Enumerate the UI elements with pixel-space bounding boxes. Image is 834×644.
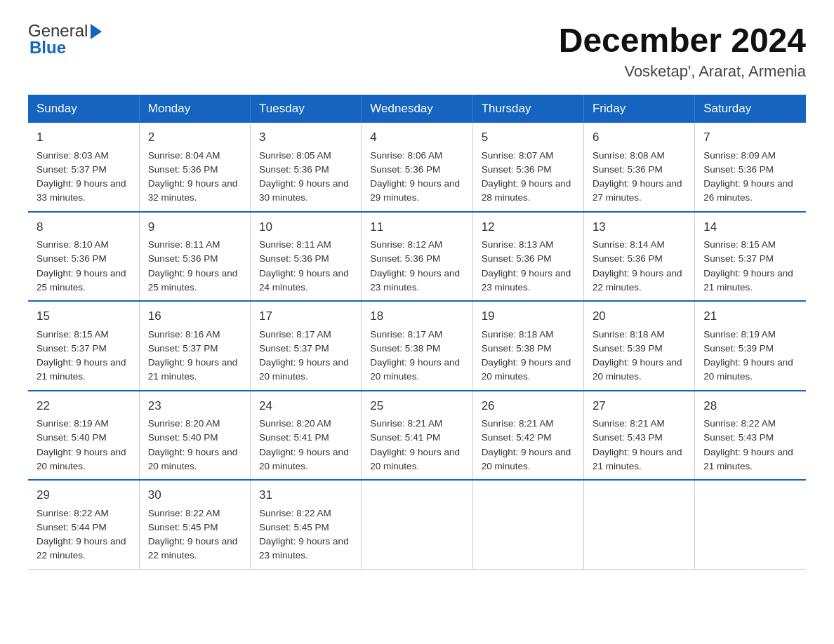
sunset-text: Sunset: 5:41 PM [370, 432, 440, 443]
table-row: 3Sunrise: 8:05 AMSunset: 5:36 PMDaylight… [251, 123, 362, 212]
table-row: 28Sunrise: 8:22 AMSunset: 5:43 PMDayligh… [695, 391, 806, 481]
daylight-text: Daylight: 9 hours and 21 minutes. [703, 447, 793, 471]
day-number: 26 [482, 397, 575, 415]
sunset-text: Sunset: 5:39 PM [593, 343, 663, 354]
day-number: 1 [37, 128, 131, 147]
calendar-week-row: 8Sunrise: 8:10 AMSunset: 5:36 PMDaylight… [28, 212, 806, 302]
sunset-text: Sunset: 5:39 PM [703, 343, 774, 354]
day-number: 11 [370, 218, 463, 236]
sunrise-text: Sunrise: 8:17 AM [259, 329, 331, 340]
sunset-text: Sunset: 5:37 PM [148, 343, 218, 354]
table-row: 8Sunrise: 8:10 AMSunset: 5:36 PMDaylight… [28, 212, 139, 302]
col-friday: Friday [583, 95, 694, 123]
sunrise-text: Sunrise: 8:22 AM [259, 508, 331, 518]
col-saturday: Saturday [695, 95, 806, 123]
daylight-text: Daylight: 9 hours and 30 minutes. [259, 178, 349, 203]
sunset-text: Sunset: 5:38 PM [370, 343, 440, 354]
sunrise-text: Sunrise: 8:20 AM [259, 418, 331, 429]
sunset-text: Sunset: 5:37 PM [37, 343, 107, 354]
sunset-text: Sunset: 5:36 PM [593, 253, 663, 264]
daylight-text: Daylight: 9 hours and 20 minutes. [482, 357, 571, 382]
sunrise-text: Sunrise: 8:22 AM [703, 418, 776, 429]
location-title: Vosketap', Ararat, Armenia [559, 62, 806, 81]
table-row: 22Sunrise: 8:19 AMSunset: 5:40 PMDayligh… [28, 391, 139, 481]
day-number: 18 [370, 307, 463, 326]
sunset-text: Sunset: 5:45 PM [148, 522, 218, 532]
sunrise-text: Sunrise: 8:07 AM [482, 150, 554, 161]
sunrise-text: Sunrise: 8:22 AM [148, 508, 220, 518]
day-number: 6 [593, 128, 686, 147]
table-row: 7Sunrise: 8:09 AMSunset: 5:36 PMDaylight… [695, 123, 806, 212]
daylight-text: Daylight: 9 hours and 33 minutes. [37, 178, 126, 203]
calendar-header-row: Sunday Monday Tuesday Wednesday Thursday… [28, 95, 806, 123]
daylight-text: Daylight: 9 hours and 27 minutes. [593, 178, 682, 203]
daylight-text: Daylight: 9 hours and 21 minutes. [148, 357, 238, 382]
table-row: 29Sunrise: 8:22 AMSunset: 5:44 PMDayligh… [28, 480, 139, 569]
daylight-text: Daylight: 9 hours and 20 minutes. [703, 357, 793, 382]
day-number: 10 [259, 218, 352, 236]
logo-blue-text: Blue [29, 38, 66, 58]
sunset-text: Sunset: 5:44 PM [37, 522, 107, 532]
sunrise-text: Sunrise: 8:18 AM [482, 329, 554, 340]
title-block: December 2024 Vosketap', Ararat, Armenia [559, 21, 806, 81]
calendar-table: Sunday Monday Tuesday Wednesday Thursday… [28, 95, 806, 570]
col-sunday: Sunday [28, 95, 139, 123]
table-row: 10Sunrise: 8:11 AMSunset: 5:36 PMDayligh… [251, 212, 362, 302]
calendar-week-row: 29Sunrise: 8:22 AMSunset: 5:44 PMDayligh… [28, 480, 806, 569]
table-row: 13Sunrise: 8:14 AMSunset: 5:36 PMDayligh… [583, 212, 694, 302]
sunrise-text: Sunrise: 8:19 AM [37, 418, 109, 429]
daylight-text: Daylight: 9 hours and 23 minutes. [482, 268, 571, 293]
daylight-text: Daylight: 9 hours and 32 minutes. [148, 178, 238, 203]
day-number: 24 [259, 397, 352, 415]
day-number: 21 [703, 307, 797, 326]
sunrise-text: Sunrise: 8:06 AM [370, 150, 442, 161]
table-row: 19Sunrise: 8:18 AMSunset: 5:38 PMDayligh… [472, 301, 583, 391]
sunrise-text: Sunrise: 8:22 AM [37, 508, 109, 518]
daylight-text: Daylight: 9 hours and 25 minutes. [148, 268, 238, 293]
sunrise-text: Sunrise: 8:13 AM [482, 239, 554, 250]
table-row [362, 480, 472, 569]
daylight-text: Daylight: 9 hours and 23 minutes. [259, 536, 349, 561]
table-row: 21Sunrise: 8:19 AMSunset: 5:39 PMDayligh… [695, 301, 806, 391]
day-number: 28 [703, 397, 797, 415]
daylight-text: Daylight: 9 hours and 29 minutes. [370, 178, 460, 203]
sunrise-text: Sunrise: 8:04 AM [148, 150, 220, 161]
table-row: 11Sunrise: 8:12 AMSunset: 5:36 PMDayligh… [362, 212, 472, 302]
sunrise-text: Sunrise: 8:08 AM [593, 150, 665, 161]
table-row: 30Sunrise: 8:22 AMSunset: 5:45 PMDayligh… [139, 480, 250, 569]
sunrise-text: Sunrise: 8:14 AM [593, 239, 665, 250]
sunset-text: Sunset: 5:37 PM [259, 343, 329, 354]
sunrise-text: Sunrise: 8:19 AM [703, 329, 776, 340]
day-number: 12 [482, 218, 575, 236]
day-number: 3 [259, 128, 352, 147]
sunset-text: Sunset: 5:36 PM [370, 253, 440, 264]
daylight-text: Daylight: 9 hours and 21 minutes. [703, 268, 793, 293]
sunset-text: Sunset: 5:37 PM [37, 164, 107, 175]
col-monday: Monday [139, 95, 250, 123]
day-number: 20 [593, 307, 686, 326]
day-number: 17 [259, 307, 352, 326]
daylight-text: Daylight: 9 hours and 26 minutes. [703, 178, 793, 203]
sunset-text: Sunset: 5:43 PM [703, 432, 774, 443]
col-thursday: Thursday [472, 95, 583, 123]
daylight-text: Daylight: 9 hours and 22 minutes. [148, 536, 238, 561]
page-header: General Blue December 2024 Vosketap', Ar… [28, 21, 806, 81]
daylight-text: Daylight: 9 hours and 20 minutes. [482, 447, 571, 471]
day-number: 23 [148, 397, 241, 415]
daylight-text: Daylight: 9 hours and 20 minutes. [148, 447, 238, 471]
daylight-text: Daylight: 9 hours and 20 minutes. [37, 447, 126, 471]
day-number: 4 [370, 128, 463, 147]
sunset-text: Sunset: 5:42 PM [482, 432, 552, 443]
table-row: 1Sunrise: 8:03 AMSunset: 5:37 PMDaylight… [28, 123, 139, 212]
sunrise-text: Sunrise: 8:21 AM [370, 418, 442, 429]
col-tuesday: Tuesday [251, 95, 362, 123]
sunset-text: Sunset: 5:41 PM [259, 432, 329, 443]
table-row: 20Sunrise: 8:18 AMSunset: 5:39 PMDayligh… [583, 301, 694, 391]
day-number: 25 [370, 397, 463, 415]
sunset-text: Sunset: 5:36 PM [148, 164, 218, 175]
sunrise-text: Sunrise: 8:11 AM [259, 239, 331, 250]
sunset-text: Sunset: 5:36 PM [370, 164, 440, 175]
table-row: 31Sunrise: 8:22 AMSunset: 5:45 PMDayligh… [251, 480, 362, 569]
daylight-text: Daylight: 9 hours and 24 minutes. [259, 268, 349, 293]
logo: General Blue [28, 21, 102, 58]
